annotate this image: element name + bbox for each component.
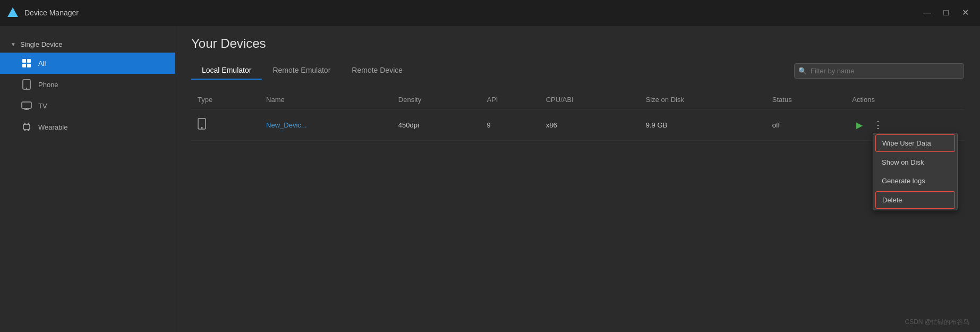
filter-input[interactable] (794, 63, 964, 79)
sidebar: ▼ Single Device All (0, 25, 175, 332)
phone-icon (21, 79, 32, 90)
table-row: New_Devic... 450dpi 9 x86 9.9 GB off ▶ ⋮ (191, 109, 964, 141)
device-table: Type Name Density API CPU/ABI Size on Di… (191, 90, 964, 141)
phone-device-icon (198, 121, 206, 132)
col-status: Status (766, 90, 846, 109)
tab-remote-emulator[interactable]: Remote Emulator (262, 62, 341, 80)
main-container: ▼ Single Device All (0, 25, 980, 332)
context-menu-show-on-disk[interactable]: Show on Disk (873, 153, 957, 172)
sidebar-item-phone-label: Phone (38, 81, 58, 89)
sidebar-item-wearable[interactable]: Wearable (0, 116, 175, 138)
sidebar-item-tv-label: TV (38, 102, 47, 110)
filter-input-wrapper: 🔍 (794, 63, 964, 79)
table-header: Type Name Density API CPU/ABI Size on Di… (191, 90, 964, 109)
device-name-link[interactable]: New_Devic... (266, 121, 307, 129)
device-table-container: Type Name Density API CPU/ABI Size on Di… (191, 90, 964, 141)
sidebar-item-tv[interactable]: TV (0, 95, 175, 116)
device-density-cell: 450dpi (392, 109, 481, 141)
device-api-cell: 9 (480, 109, 539, 141)
app-logo-icon (6, 6, 19, 19)
context-menu-wipe-user-data[interactable]: Wipe User Data (875, 134, 955, 152)
device-name-cell: New_Devic... (260, 109, 392, 141)
grid-icon (21, 58, 32, 69)
play-button[interactable]: ▶ (852, 118, 867, 132)
svg-rect-4 (27, 64, 31, 67)
col-cpu-abi: CPU/ABI (540, 90, 640, 109)
sidebar-section-single-device[interactable]: ▼ Single Device (0, 36, 175, 53)
titlebar-left: Device Manager (6, 6, 79, 19)
tab-remote-device[interactable]: Remote Device (341, 62, 413, 80)
col-api: API (480, 90, 539, 109)
content-area: Your Devices Local Emulator Remote Emula… (175, 25, 980, 332)
col-name: Name (260, 90, 392, 109)
actions-cell-wrapper: ▶ ⋮ Wipe User Data Show on Disk Generate… (852, 117, 958, 133)
sidebar-item-all[interactable]: All (0, 53, 175, 74)
device-cpu-abi-cell: x86 (540, 109, 640, 141)
svg-point-16 (201, 127, 202, 128)
app-title: Device Manager (24, 8, 79, 17)
context-menu-delete[interactable]: Delete (875, 191, 955, 209)
minimize-button[interactable]: — (918, 4, 935, 21)
device-status-cell: off (766, 109, 846, 141)
col-density: Density (392, 90, 481, 109)
tab-group: Local Emulator Remote Emulator Remote De… (191, 62, 413, 80)
more-actions-button[interactable]: ⋮ (869, 117, 887, 133)
sidebar-item-all-label: All (38, 59, 46, 67)
watermark: CSDN @忙碌的布谷鸟 (905, 318, 969, 327)
col-size-on-disk: Size on Disk (640, 90, 766, 109)
svg-rect-2 (27, 59, 31, 63)
device-type-cell (191, 109, 260, 141)
device-actions-cell: ▶ ⋮ Wipe User Data Show on Disk Generate… (846, 109, 964, 141)
svg-rect-3 (22, 64, 26, 67)
tab-local-emulator[interactable]: Local Emulator (191, 62, 262, 80)
sidebar-item-wearable-label: Wearable (38, 123, 67, 131)
tabs-row: Local Emulator Remote Emulator Remote De… (191, 62, 964, 80)
watch-icon (21, 122, 32, 132)
maximize-button[interactable]: □ (938, 4, 955, 21)
page-title: Your Devices (191, 36, 964, 51)
titlebar: Device Manager — □ ✕ (0, 0, 980, 25)
context-menu: Wipe User Data Show on Disk Generate log… (873, 133, 958, 210)
svg-rect-1 (22, 59, 26, 63)
close-button[interactable]: ✕ (957, 4, 974, 21)
svg-marker-0 (7, 7, 18, 17)
chevron-down-icon: ▼ (11, 41, 16, 47)
sidebar-section-label: Single Device (20, 40, 63, 48)
context-menu-generate-logs[interactable]: Generate logs (873, 172, 957, 190)
svg-rect-10 (23, 124, 30, 130)
window-controls: — □ ✕ (918, 4, 974, 21)
svg-rect-7 (22, 102, 31, 108)
svg-point-6 (26, 88, 27, 89)
tv-icon (21, 100, 32, 111)
search-icon: 🔍 (798, 67, 807, 75)
col-actions: Actions (846, 90, 964, 109)
device-size-cell: 9.9 GB (640, 109, 766, 141)
table-body: New_Devic... 450dpi 9 x86 9.9 GB off ▶ ⋮ (191, 109, 964, 141)
col-type: Type (191, 90, 260, 109)
sidebar-item-phone[interactable]: Phone (0, 74, 175, 95)
